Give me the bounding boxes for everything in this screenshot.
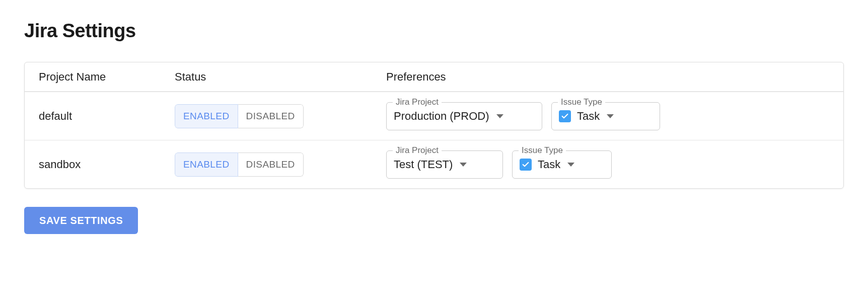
- save-settings-button[interactable]: SAVE SETTINGS: [24, 207, 138, 234]
- issue-type-value: Task: [577, 110, 600, 123]
- issue-type-label: Issue Type: [519, 145, 566, 156]
- jira-project-select[interactable]: Jira Project Test (TEST): [386, 150, 503, 179]
- status-disabled-button[interactable]: DISABLED: [238, 104, 304, 128]
- status-enabled-button[interactable]: ENABLED: [175, 152, 238, 177]
- column-header-preferences: Preferences: [386, 70, 829, 84]
- table-row: sandbox ENABLED DISABLED Jira Project Te…: [25, 140, 843, 188]
- status-toggle: ENABLED DISABLED: [175, 152, 304, 177]
- table-row: default ENABLED DISABLED Jira Project Pr…: [25, 92, 843, 140]
- chevron-down-icon: [460, 163, 467, 167]
- table-header: Project Name Status Preferences: [25, 62, 843, 92]
- jira-project-value: Test (TEST): [394, 158, 453, 171]
- status-enabled-button[interactable]: ENABLED: [175, 104, 238, 128]
- status-disabled-button[interactable]: DISABLED: [238, 152, 304, 177]
- column-header-project: Project Name: [39, 70, 175, 84]
- issue-type-select[interactable]: Issue Type Task: [512, 150, 612, 179]
- jira-project-label: Jira Project: [393, 145, 442, 156]
- checkbox-checked-icon: [520, 159, 532, 171]
- chevron-down-icon: [496, 114, 503, 118]
- jira-project-label: Jira Project: [393, 97, 442, 107]
- jira-project-value: Production (PROD): [394, 110, 489, 123]
- project-name: default: [39, 110, 72, 122]
- chevron-down-icon: [607, 114, 614, 118]
- issue-type-label: Issue Type: [558, 97, 605, 107]
- jira-project-select[interactable]: Jira Project Production (PROD): [386, 102, 542, 130]
- page-title: Jira Settings: [24, 20, 844, 42]
- column-header-status: Status: [175, 70, 386, 84]
- status-toggle: ENABLED DISABLED: [175, 104, 304, 128]
- issue-type-value: Task: [538, 158, 560, 171]
- settings-table: Project Name Status Preferences default …: [24, 62, 844, 189]
- project-name: sandbox: [39, 158, 81, 171]
- issue-type-select[interactable]: Issue Type Task: [551, 102, 660, 130]
- chevron-down-icon: [567, 163, 574, 167]
- checkbox-checked-icon: [559, 110, 571, 122]
